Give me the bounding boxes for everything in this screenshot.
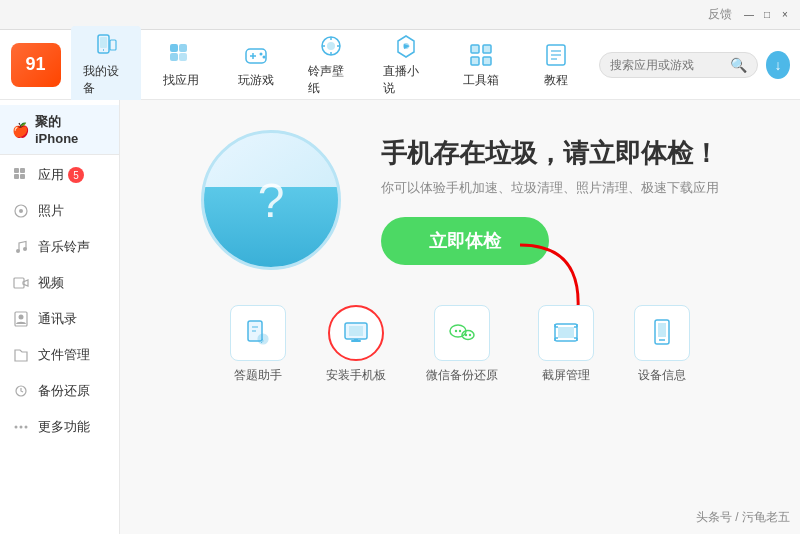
svg-point-56 bbox=[459, 330, 461, 332]
watermark: 头条号 / 污龟老五 bbox=[696, 509, 790, 526]
screenshot-label: 截屏管理 bbox=[542, 367, 590, 384]
svg-point-55 bbox=[455, 330, 457, 332]
close-button[interactable]: × bbox=[778, 8, 792, 22]
ringtone-icon bbox=[317, 32, 345, 60]
svg-rect-60 bbox=[558, 327, 574, 338]
device-name: 聚的 iPhone bbox=[35, 113, 107, 146]
search-button[interactable]: 🔍 bbox=[730, 57, 747, 73]
logo[interactable] bbox=[10, 40, 61, 90]
svg-point-44 bbox=[25, 426, 28, 429]
check-button[interactable]: 立即体检 bbox=[381, 217, 549, 265]
svg-point-58 bbox=[469, 334, 471, 336]
photos-label: 照片 bbox=[38, 202, 64, 220]
nav-label-games: 玩游戏 bbox=[238, 72, 274, 89]
more-icon bbox=[12, 418, 30, 436]
svg-point-53 bbox=[450, 325, 466, 337]
nav-label-ringtone: 铃声壁纸 bbox=[308, 63, 354, 97]
bottom-icons: ♪ 答题助手 安装手机板 bbox=[120, 290, 800, 399]
svg-rect-52 bbox=[354, 339, 358, 341]
svg-rect-22 bbox=[471, 45, 479, 53]
title-bar-controls: — □ × bbox=[742, 8, 792, 22]
apps-icon bbox=[12, 166, 30, 184]
nav-label-tools: 工具箱 bbox=[463, 72, 499, 89]
install-label: 安装手机板 bbox=[326, 367, 386, 384]
sidebar: 🍎 聚的 iPhone 应用 5 bbox=[0, 100, 120, 534]
svg-rect-33 bbox=[20, 174, 25, 179]
hero-title: 手机存在垃圾，请立即体检！ bbox=[381, 136, 719, 171]
nav-item-games[interactable]: 玩游戏 bbox=[221, 35, 291, 95]
top-nav: 我的设备 找应用 bbox=[0, 30, 800, 100]
nav-item-my-device[interactable]: 我的设备 bbox=[71, 26, 141, 103]
nav-label-my-device: 我的设备 bbox=[83, 63, 129, 97]
nav-item-find-app[interactable]: 找应用 bbox=[146, 35, 216, 95]
screenshot-icon-box bbox=[538, 305, 594, 361]
game-icon bbox=[242, 41, 270, 69]
nav-label-tutorial: 教程 bbox=[544, 72, 568, 89]
svg-point-14 bbox=[327, 42, 335, 50]
svg-point-37 bbox=[23, 247, 27, 251]
sidebar-item-more[interactable]: 更多功能 bbox=[0, 409, 119, 445]
svg-rect-32 bbox=[14, 174, 19, 179]
svg-rect-24 bbox=[471, 57, 479, 65]
svg-rect-50 bbox=[349, 326, 363, 336]
bottom-icon-assistant[interactable]: ♪ 答题助手 bbox=[230, 305, 286, 384]
bottom-icon-wechat[interactable]: 微信备份还原 bbox=[426, 305, 498, 384]
app-icon bbox=[167, 41, 195, 69]
svg-rect-23 bbox=[483, 45, 491, 53]
restore-button[interactable]: □ bbox=[760, 8, 774, 22]
bottom-icon-deviceinfo[interactable]: 设备信息 bbox=[634, 305, 690, 384]
assistant-label: 答题助手 bbox=[234, 367, 282, 384]
apps-label: 应用 bbox=[38, 166, 64, 184]
backup-icon bbox=[12, 382, 30, 400]
svg-point-35 bbox=[19, 209, 23, 213]
more-label: 更多功能 bbox=[38, 418, 90, 436]
search-input[interactable] bbox=[610, 58, 730, 72]
svg-rect-1 bbox=[100, 37, 107, 48]
bottom-icon-install[interactable]: 安装手机板 bbox=[326, 305, 386, 384]
nav-item-tools[interactable]: 工具箱 bbox=[446, 35, 516, 95]
sidebar-item-music[interactable]: 音乐铃声 bbox=[0, 229, 119, 265]
svg-rect-4 bbox=[170, 44, 178, 52]
deviceinfo-icon-box bbox=[634, 305, 690, 361]
video-icon bbox=[12, 274, 30, 292]
svg-point-57 bbox=[465, 334, 467, 336]
feedback-label: 反馈 bbox=[708, 6, 732, 23]
nav-item-novel[interactable]: 直播小说 bbox=[371, 26, 441, 103]
sidebar-item-contacts[interactable]: 通讯录 bbox=[0, 301, 119, 337]
sidebar-item-video[interactable]: 视频 bbox=[0, 265, 119, 301]
install-icon-box bbox=[328, 305, 384, 361]
bottom-icon-screenshot[interactable]: 截屏管理 bbox=[538, 305, 594, 384]
svg-point-12 bbox=[263, 55, 266, 58]
svg-point-41 bbox=[19, 315, 24, 320]
sidebar-item-apps[interactable]: 应用 5 bbox=[0, 157, 119, 193]
question-mark: ? bbox=[258, 173, 285, 228]
sidebar-item-files[interactable]: 文件管理 bbox=[0, 337, 119, 373]
nav-item-tutorial[interactable]: 教程 bbox=[521, 35, 591, 95]
nav-item-ringtone[interactable]: 铃声壁纸 bbox=[296, 26, 366, 103]
svg-rect-30 bbox=[14, 168, 19, 173]
svg-rect-6 bbox=[170, 53, 178, 61]
svg-rect-7 bbox=[179, 53, 187, 61]
deviceinfo-label: 设备信息 bbox=[638, 367, 686, 384]
hero-section: ? 手机存在垃圾，请立即体检！ 你可以体验手机加速、垃圾清理、照片清理、极速下载… bbox=[120, 100, 800, 290]
circle-graphic: ? bbox=[201, 130, 341, 270]
svg-rect-3 bbox=[110, 40, 116, 50]
download-button[interactable]: ↓ bbox=[766, 51, 790, 79]
files-label: 文件管理 bbox=[38, 346, 90, 364]
nav-items: 我的设备 找应用 bbox=[71, 26, 591, 103]
sidebar-item-photos[interactable]: 照片 bbox=[0, 193, 119, 229]
nav-label-novel: 直播小说 bbox=[383, 63, 429, 97]
svg-rect-5 bbox=[179, 44, 187, 52]
svg-rect-70 bbox=[658, 323, 666, 337]
svg-text:♪: ♪ bbox=[260, 336, 264, 345]
svg-point-43 bbox=[20, 426, 23, 429]
svg-point-36 bbox=[16, 249, 20, 253]
search-bar[interactable]: 🔍 bbox=[599, 52, 758, 78]
sidebar-item-backup[interactable]: 备份还原 bbox=[0, 373, 119, 409]
files-icon bbox=[12, 346, 30, 364]
music-label: 音乐铃声 bbox=[38, 238, 90, 256]
minimize-button[interactable]: — bbox=[742, 8, 756, 22]
backup-label: 备份还原 bbox=[38, 382, 90, 400]
content-area: ? 手机存在垃圾，请立即体检！ 你可以体验手机加速、垃圾清理、照片清理、极速下载… bbox=[120, 100, 800, 534]
wechat-icon-box bbox=[434, 305, 490, 361]
